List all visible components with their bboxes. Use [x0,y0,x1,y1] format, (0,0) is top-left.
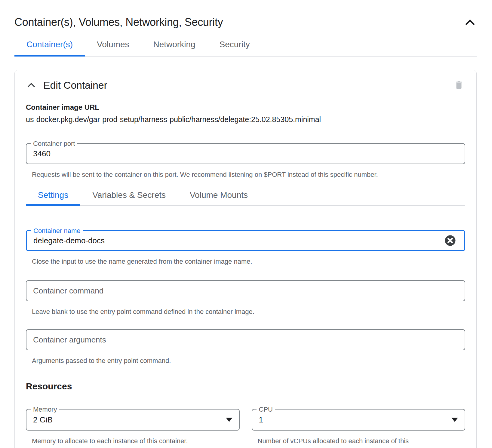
tab-label: Variables & Secrets [92,190,166,200]
tab-containers[interactable]: Container(s) [14,40,85,57]
tab-label: Container(s) [26,40,73,49]
container-arguments-field [26,329,465,350]
page-title: Container(s), Volumes, Networking, Secur… [14,16,223,29]
tab-label: Security [220,40,250,49]
container-image-url-label: Container image URL [26,103,465,112]
tab-networking[interactable]: Networking [141,40,207,57]
container-arguments-input[interactable] [33,330,458,350]
delete-container-button[interactable] [453,79,465,91]
clear-name-button[interactable] [443,233,458,248]
resources-heading: Resources [26,381,465,391]
dropdown-arrow-icon [226,418,232,422]
memory-column: Memory 2 GiB Memory to allocate to each … [26,409,240,448]
memory-value: 2 GiB [33,415,53,425]
tab-label: Settings [38,190,68,200]
container-command-field [26,280,465,301]
container-port-input[interactable] [33,144,458,164]
tab-label: Volumes [97,40,129,49]
container-port-label: Container port [31,140,77,148]
container-command-input[interactable] [33,281,458,301]
container-name-field: Container name [26,230,465,251]
cpu-value: 1 [259,415,263,425]
edit-container-collapse-button[interactable] [26,81,37,89]
edit-container-card: Edit Container Container image URL us-do… [14,70,477,448]
tab-security[interactable]: Security [208,40,262,57]
resources-grid: Memory 2 GiB Memory to allocate to each … [26,409,465,448]
section-collapse-button[interactable] [463,18,477,27]
tab-volume-mounts[interactable]: Volume Mounts [178,190,260,206]
cpu-column: CPU 1 Number of vCPUs allocated to each … [252,409,466,448]
panel-header: Container(s), Volumes, Networking, Secur… [14,15,477,29]
container-command-helper: Leave blank to use the entry point comma… [32,307,465,317]
trash-icon [454,80,464,90]
cpu-select[interactable]: CPU 1 [252,409,466,431]
container-port-field: Container port [26,143,465,164]
container-name-label: Container name [31,227,83,235]
tab-settings[interactable]: Settings [26,190,80,206]
tab-volumes[interactable]: Volumes [85,40,141,57]
memory-label: Memory [31,406,59,413]
tab-label: Volume Mounts [190,190,248,200]
memory-helper: Memory to allocate to each instance of t… [32,436,240,446]
tab-variables-secrets[interactable]: Variables & Secrets [80,190,178,206]
memory-select[interactable]: Memory 2 GiB [26,409,240,431]
edit-container-title: Edit Container [43,79,107,91]
container-sub-tabs: Settings Variables & Secrets Volume Moun… [26,190,465,206]
tab-label: Networking [153,40,195,49]
container-name-helper: Close the input to use the name generate… [32,256,465,266]
cpu-helper: Number of vCPUs allocated to each instan… [258,436,432,448]
cpu-label: CPU [257,406,275,413]
container-settings-panel: Container(s), Volumes, Networking, Secur… [0,0,492,448]
edit-container-header: Edit Container [26,78,465,92]
dropdown-arrow-icon [451,418,458,422]
chevron-up-icon [465,19,475,26]
top-tabs: Container(s) Volumes Networking Security [14,40,477,57]
container-name-input[interactable] [33,231,438,250]
container-image-url-value: us-docker.pkg.dev/gar-prod-setup/harness… [26,115,465,124]
container-arguments-helper: Arguments passed to the entry point comm… [32,356,465,366]
chevron-up-icon [27,82,35,88]
clear-icon [444,234,457,247]
container-port-helper: Requests will be sent to the container o… [32,170,465,180]
